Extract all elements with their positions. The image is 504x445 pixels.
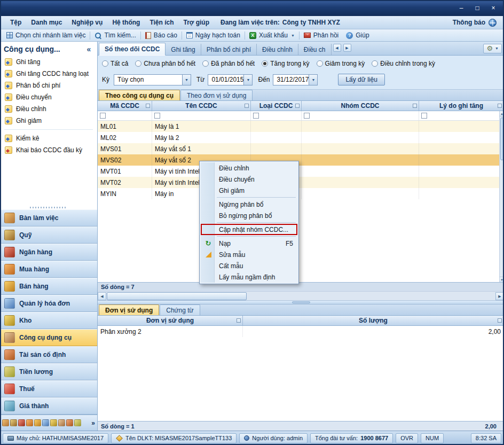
close-button[interactable]: × — [487, 4, 500, 13]
column-pin-icon[interactable] — [146, 104, 150, 108]
context-item-bo-ngung-phan-bo[interactable]: Bỏ ngừng phân bổ — [201, 210, 297, 221]
column-pin-icon[interactable] — [245, 104, 249, 108]
module-quan-ly-hoa-don[interactable]: Quản lý hóa đơn — [0, 295, 97, 312]
shortcut-icon[interactable] — [58, 419, 65, 426]
scroll-thumb[interactable] — [500, 118, 504, 160]
column-header-ma-ccdc[interactable]: Mã CCDC — [98, 101, 152, 111]
chevron-down-icon[interactable]: ▼ — [309, 75, 317, 85]
notifications-link[interactable]: Thông báo — [453, 19, 485, 26]
radio-chua-phan-bo-het[interactable]: Chưa phân bổ hết — [135, 60, 195, 67]
context-item-cap-nhat-nhom-ccdc[interactable]: Cập nhật nhóm CCDC... — [201, 224, 297, 235]
tab-scroll-right-button[interactable]: ▶ — [343, 44, 351, 52]
column-pin-icon[interactable] — [498, 104, 502, 108]
filter-cell[interactable] — [302, 111, 419, 120]
scroll-down-icon[interactable]: ▼ — [500, 277, 504, 282]
sidebar-item-dieu-chuyen[interactable]: Điều chuyển — [0, 91, 97, 103]
table-row[interactable]: ML02 Máy là 2 — [98, 132, 504, 143]
table-row[interactable]: MVS01 Máy vắt sổ 1 — [98, 143, 504, 154]
module-tai-san-co-dinh[interactable]: Tài sản cố định — [0, 346, 97, 363]
context-item-sua-mau[interactable]: Sửa mẫu — [201, 249, 297, 260]
shortcut-icon[interactable] — [2, 419, 9, 426]
shortcut-icon[interactable] — [42, 419, 49, 426]
sidebar-item-dieu-chinh[interactable]: Điều chỉnh — [0, 103, 97, 115]
radio-giam-trong-ky[interactable]: Giảm trong kỳ — [317, 60, 365, 67]
sidebar-item-ghi-tang[interactable]: Ghi tăng — [0, 56, 97, 68]
grid-settings-button[interactable]: ⚙ ▼ — [483, 44, 502, 53]
module-gia-thanh[interactable]: Giá thành — [0, 397, 97, 415]
scroll-left-icon[interactable]: ◀ — [98, 292, 106, 300]
filter-checkbox[interactable] — [304, 113, 310, 119]
module-thue[interactable]: Thuế — [0, 380, 97, 397]
chevron-down-icon[interactable]: ▼ — [243, 75, 252, 85]
period-combobox[interactable]: Tùy chọn ▼ — [114, 74, 191, 85]
tab-phan-bo-chi-phi[interactable]: Phân bổ chi phí — [201, 44, 257, 55]
radio-tat-ca[interactable]: Tất cả — [102, 60, 128, 67]
view-tab-by-tool[interactable]: Theo công cụ dụng cụ — [99, 90, 180, 100]
radio-dieu-chinh-trong-ky[interactable]: Điều chỉnh trong kỳ — [372, 60, 435, 67]
sidebar-item-khai-bao-ccdc[interactable]: Khai báo CCDC đầu kỳ — [0, 144, 97, 156]
sidebar-splitter[interactable] — [0, 206, 97, 209]
detail-tab-chung-tu[interactable]: Chứng từ — [160, 305, 200, 315]
column-pin-icon[interactable] — [413, 104, 417, 108]
radio-da-phan-bo-het[interactable]: Đã phân bổ hết — [202, 60, 255, 67]
shortcut-icon[interactable] — [34, 419, 41, 426]
menu-he-thong[interactable]: Hệ thống — [107, 17, 145, 28]
filter-checkbox[interactable] — [253, 113, 259, 119]
module-mua-hang[interactable]: Mua hàng — [0, 261, 97, 278]
radio-tang-trong-ky[interactable]: Tăng trong kỳ — [262, 60, 309, 67]
context-item-ghi-giam[interactable]: Ghi giảm — [201, 185, 297, 196]
context-item-lay-mau-ngam-dinh[interactable]: Lấy mẫu ngầm định — [201, 271, 297, 283]
context-item-nap[interactable]: ↻ Nạp F5 — [201, 238, 297, 249]
shortcut-icon[interactable] — [10, 419, 17, 426]
menu-danh-muc[interactable]: Danh mục — [26, 17, 67, 28]
globe-icon[interactable] — [489, 19, 497, 27]
module-ban-hang[interactable]: Bán hàng — [0, 278, 97, 295]
tab-so-theo-doi-ccdc[interactable]: Sổ theo dõi CCDC — [99, 43, 166, 56]
module-tien-luong[interactable]: Tiền lương — [0, 363, 97, 380]
menu-tro-giup[interactable]: Trợ giúp — [179, 17, 215, 28]
filter-cell[interactable] — [98, 111, 152, 120]
shortcut-overflow-button[interactable]: » — [91, 419, 95, 427]
minimize-button[interactable]: – — [455, 4, 468, 13]
column-pin-icon[interactable] — [498, 318, 502, 323]
sidebar-item-kiem-ke[interactable]: Kiểm kê — [0, 132, 97, 144]
table-row[interactable]: ML01 Máy là 1 — [98, 121, 504, 132]
context-item-dieu-chinh[interactable]: Điều chỉnh — [201, 162, 297, 174]
column-header-nhom-ccdc[interactable]: Nhóm CCDC — [302, 101, 419, 111]
tab-scroll-left-button[interactable]: ◀ — [333, 44, 341, 52]
table-row[interactable]: MVT01 Máy vi tính Intel — [98, 166, 504, 177]
posting-date-button[interactable]: Ngày hạch toán — [183, 30, 244, 40]
shortcut-icon[interactable] — [74, 419, 81, 426]
column-header-so-luong[interactable]: Số lượng — [243, 316, 504, 325]
column-header-ly-do-ghi-tang[interactable]: Lý do ghi tăng — [419, 101, 504, 111]
filter-checkbox[interactable] — [421, 113, 427, 119]
filter-cell[interactable] — [251, 111, 302, 120]
shortcut-icon[interactable] — [18, 419, 25, 426]
choose-branch-button[interactable]: Chọn chi nhánh làm việc — [3, 30, 89, 40]
column-header-don-vi-su-dung[interactable]: Đơn vị sử dụng — [98, 316, 243, 325]
horizontal-scrollbar[interactable]: ◀ ▶ — [98, 291, 504, 300]
module-quy[interactable]: Quỹ — [0, 227, 97, 244]
module-kho[interactable]: Kho — [0, 312, 97, 329]
column-pin-icon[interactable] — [237, 318, 241, 323]
feedback-button[interactable]: Phản hồi — [300, 30, 342, 40]
context-item-cat-mau[interactable]: Cất mẫu — [201, 260, 297, 271]
export-button[interactable]: X Xuất khẩu ▼ — [246, 30, 298, 40]
tab-ghi-tang[interactable]: Ghi tăng — [166, 44, 201, 55]
table-row[interactable]: MVT02 Máy vi tính Intel — [98, 177, 504, 188]
scroll-right-icon[interactable]: ▶ — [495, 292, 504, 300]
sidebar-item-phan-bo-chi-phi[interactable]: Phân bổ chi phí — [0, 80, 97, 91]
module-ngan-hang[interactable]: Ngân hàng — [0, 244, 97, 261]
shortcut-icon[interactable] — [50, 419, 57, 426]
splitter-handle[interactable] — [292, 301, 310, 303]
help-button[interactable]: ? Giúp — [342, 30, 373, 40]
context-item-dieu-chuyen[interactable]: Điều chuyển — [201, 174, 297, 185]
search-button[interactable]: Tìm kiếm... — [91, 30, 139, 40]
menu-nghiep-vu[interactable]: Nghiệp vụ — [67, 17, 107, 28]
shortcut-icon[interactable] — [66, 419, 73, 426]
menu-tien-ich[interactable]: Tiện ích — [145, 17, 178, 28]
scroll-up-icon[interactable]: ▲ — [500, 111, 504, 116]
vertical-scrollbar[interactable]: ▲ ▼ — [499, 111, 504, 282]
menu-tep[interactable]: Tệp — [5, 17, 26, 28]
detail-row[interactable]: Phân xưởng 2 2,00 — [98, 326, 504, 337]
